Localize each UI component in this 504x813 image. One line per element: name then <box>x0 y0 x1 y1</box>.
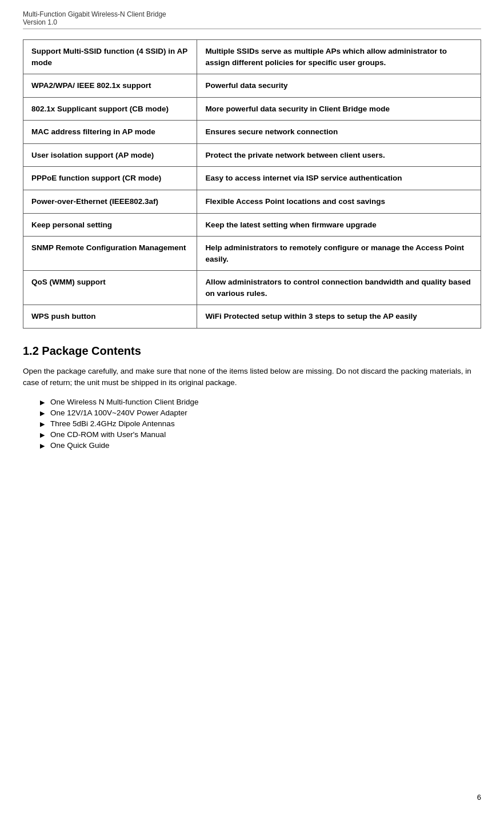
description-cell: Protect the private network between clie… <box>197 143 481 167</box>
feature-cell: WPS push button <box>23 305 197 329</box>
table-row: SNMP Remote Configuration ManagementHelp… <box>23 237 481 271</box>
feature-cell: MAC address filtering in AP mode <box>23 121 197 144</box>
description-cell: Keep the latest setting when firmware up… <box>197 213 481 237</box>
header-title: Multi-Function Gigabit Wireless-N Client… <box>23 10 481 18</box>
description-cell: Ensures secure network connection <box>197 121 481 144</box>
feature-cell: Power-over-Ethernet (IEEE802.3af) <box>23 190 197 213</box>
description-cell: Allow administrators to control connecti… <box>197 271 481 305</box>
table-row: MAC address filtering in AP modeEnsures … <box>23 121 481 144</box>
list-item: One CD-ROM with User's Manual <box>40 430 481 439</box>
header-version: Version 1.0 <box>23 18 481 26</box>
description-cell: Help administrators to remotely configur… <box>197 237 481 271</box>
description-cell: WiFi Protected setup within 3 steps to s… <box>197 305 481 329</box>
description-cell: More powerful data security in Client Br… <box>197 97 481 121</box>
features-table: Support Multi-SSID function (4 SSID) in … <box>23 39 481 329</box>
list-item: One Wireless N Multi-function Client Bri… <box>40 398 481 406</box>
feature-cell: PPPoE function support (CR mode) <box>23 167 197 190</box>
table-row: Keep personal settingKeep the latest set… <box>23 213 481 237</box>
description-cell: Powerful data security <box>197 74 481 98</box>
table-row: WPA2/WPA/ IEEE 802.1x supportPowerful da… <box>23 74 481 98</box>
feature-cell: SNMP Remote Configuration Management <box>23 237 197 271</box>
package-list: One Wireless N Multi-function Client Bri… <box>40 398 481 450</box>
feature-cell: WPA2/WPA/ IEEE 802.1x support <box>23 74 197 98</box>
table-row: Support Multi-SSID function (4 SSID) in … <box>23 40 481 74</box>
description-cell: Easy to access internet via ISP service … <box>197 167 481 190</box>
table-row: User isolation support (AP mode)Protect … <box>23 143 481 167</box>
section-title: 1.2 Package Contents <box>23 345 481 358</box>
list-item: One Quick Guide <box>40 441 481 450</box>
feature-cell: User isolation support (AP mode) <box>23 143 197 167</box>
page-header: Multi-Function Gigabit Wireless-N Client… <box>23 10 481 29</box>
table-row: PPPoE function support (CR mode)Easy to … <box>23 167 481 190</box>
list-item: Three 5dBi 2.4GHz Dipole Antennas <box>40 419 481 428</box>
description-cell: Multiple SSIDs serve as multiple APs whi… <box>197 40 481 74</box>
table-row: Power-over-Ethernet (IEEE802.3af)Flexibl… <box>23 190 481 213</box>
section-body: Open the package carefully, and make sur… <box>23 366 481 389</box>
feature-cell: QoS (WMM) support <box>23 271 197 305</box>
description-cell: Flexible Access Point locations and cost… <box>197 190 481 213</box>
feature-cell: 802.1x Supplicant support (CB mode) <box>23 97 197 121</box>
table-row: QoS (WMM) supportAllow administrators to… <box>23 271 481 305</box>
table-row: WPS push buttonWiFi Protected setup with… <box>23 305 481 329</box>
list-item: One 12V/1A 100V~240V Power Adapter <box>40 408 481 417</box>
feature-cell: Keep personal setting <box>23 213 197 237</box>
page-number: 6 <box>477 793 481 802</box>
feature-cell: Support Multi-SSID function (4 SSID) in … <box>23 40 197 74</box>
table-row: 802.1x Supplicant support (CB mode)More … <box>23 97 481 121</box>
